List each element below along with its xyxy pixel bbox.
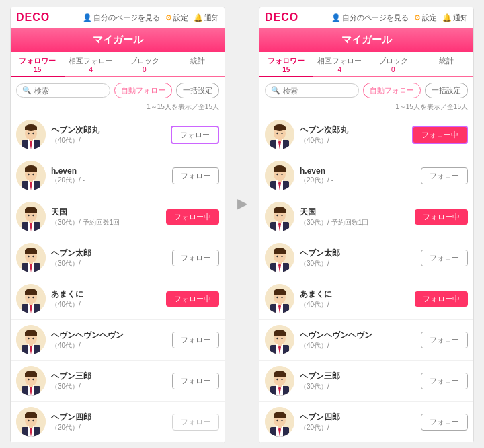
user-meta: （40代）/ - bbox=[51, 341, 167, 350]
search-wrap-left: 🔍 bbox=[16, 83, 110, 98]
user-info: ヘブン次郎丸（40代）/ - bbox=[51, 124, 165, 145]
nav-profile-left[interactable]: 👤 自分のページを見る bbox=[83, 13, 160, 23]
follow-button[interactable]: フォロー中 bbox=[415, 291, 468, 307]
tab-block-right[interactable]: ブロック 0 bbox=[366, 52, 420, 76]
user-meta: （20代）/ - bbox=[300, 176, 415, 185]
svg-point-28 bbox=[28, 215, 29, 217]
tab-followers-left[interactable]: フォロワー 15 bbox=[11, 52, 65, 77]
auto-follow-btn-left[interactable]: 自動フォロー bbox=[114, 83, 172, 98]
avatar bbox=[265, 325, 294, 354]
nav-notifications-right[interactable]: 🔔 通知 bbox=[442, 13, 468, 23]
batch-btn-right[interactable]: 一括設定 bbox=[425, 83, 468, 98]
user-info: ヘブン太郎（30代）/ - bbox=[300, 248, 415, 268]
user-info: h.even（20代）/ - bbox=[51, 166, 167, 185]
nav-links-left: 👤 自分のページを見る ⚙ 設定 🔔 通知 bbox=[83, 13, 219, 23]
avatar bbox=[265, 407, 294, 437]
svg-rect-117 bbox=[274, 250, 286, 254]
tab-mutual-right[interactable]: 相互フォロー 4 bbox=[313, 52, 367, 76]
svg-point-88 bbox=[276, 133, 278, 135]
user-name: 天国 bbox=[51, 207, 161, 218]
svg-point-9 bbox=[32, 133, 34, 135]
top-nav-left: DECO 👤 自分のページを見る ⚙ 設定 🔔 通知 bbox=[11, 7, 225, 28]
user-list-left: ヘブン次郎丸（40代）/ -フォロー h.even（20代）/ -フォロー bbox=[11, 114, 225, 443]
tab-stats-left[interactable]: 統計 bbox=[171, 52, 225, 76]
follow-button[interactable]: フォロー bbox=[172, 332, 219, 348]
user-name: 天国 bbox=[300, 207, 409, 218]
follow-button[interactable]: フォロー bbox=[172, 167, 219, 184]
nav-profile-right[interactable]: 👤 自分のページを見る bbox=[331, 13, 409, 23]
follow-button[interactable]: フォロー bbox=[421, 167, 468, 184]
avatar bbox=[16, 202, 46, 231]
follow-button[interactable]: フォロー中 bbox=[412, 126, 468, 144]
follow-button[interactable]: フォロー bbox=[172, 250, 219, 266]
nav-settings-right[interactable]: ⚙ 設定 bbox=[414, 13, 437, 23]
page-title-right: マイガール bbox=[259, 28, 473, 52]
tabs-left: フォロワー 15 相互フォロー 4 ブロック 0 統計 bbox=[11, 52, 225, 77]
search-icon-left: 🔍 bbox=[22, 86, 32, 95]
follow-button[interactable]: フォロー bbox=[172, 373, 219, 389]
search-input-left[interactable] bbox=[34, 87, 104, 95]
follow-button[interactable]: フォロー中 bbox=[166, 209, 219, 225]
follow-button[interactable]: フォロー bbox=[171, 126, 219, 144]
user-meta: （40代）/ - bbox=[300, 300, 409, 309]
avatar bbox=[265, 161, 294, 190]
svg-rect-147 bbox=[274, 373, 286, 377]
svg-point-149 bbox=[281, 379, 282, 381]
list-item: h.even（20代）/ -フォロー bbox=[11, 155, 225, 196]
avatar bbox=[16, 284, 46, 313]
user-info: ヘブン三郎（30代）/ - bbox=[51, 371, 167, 391]
svg-rect-57 bbox=[25, 332, 37, 336]
user-meta: （30代）/ - bbox=[51, 382, 167, 391]
user-meta: （30代）/ 予約回数1回 bbox=[300, 218, 409, 227]
user-meta: （30代）/ - bbox=[300, 382, 415, 391]
search-icon-right: 🔍 bbox=[271, 86, 280, 95]
tabs-right: フォロワー 15 相互フォロー 4 ブロック 0 統計 bbox=[259, 52, 473, 77]
svg-point-68 bbox=[28, 379, 29, 381]
svg-point-69 bbox=[32, 379, 34, 381]
svg-point-49 bbox=[32, 297, 34, 299]
avatar bbox=[16, 243, 46, 272]
follow-button[interactable]: フォロー bbox=[421, 250, 468, 266]
tab-stats-right[interactable]: 統計 bbox=[420, 52, 474, 76]
user-info: ヘヴンヘヴンヘヴン（40代）/ - bbox=[51, 330, 167, 350]
user-meta: （30代）/ 予約回数1回 bbox=[51, 218, 161, 227]
avatar bbox=[265, 366, 294, 396]
tab-followers-right[interactable]: フォロワー 15 bbox=[259, 52, 313, 77]
svg-point-39 bbox=[32, 256, 34, 258]
svg-rect-107 bbox=[274, 209, 286, 213]
follow-button[interactable]: フォロー bbox=[421, 332, 468, 348]
avatar bbox=[265, 120, 294, 149]
user-name: ヘブン四郎 bbox=[300, 412, 415, 423]
nav-settings-left[interactable]: ⚙ 設定 bbox=[165, 13, 188, 23]
list-item: ヘブン四郎（20代）/ -フォロー bbox=[259, 402, 473, 443]
arrow-container: ▶ bbox=[232, 7, 252, 211]
nav-notifications-left[interactable]: 🔔 通知 bbox=[194, 13, 219, 23]
user-info: あまくに（40代）/ - bbox=[51, 289, 161, 309]
follow-button[interactable]: フォロー bbox=[172, 414, 219, 431]
follow-button[interactable]: フォロー bbox=[421, 373, 468, 389]
svg-point-108 bbox=[276, 215, 278, 217]
user-info: あまくに（40代）/ - bbox=[300, 289, 409, 309]
list-item: ヘブン次郎丸（40代）/ -フォロー bbox=[11, 114, 225, 155]
follow-button[interactable]: フォロー中 bbox=[166, 291, 219, 307]
svg-rect-27 bbox=[25, 209, 37, 213]
user-name: ヘブン四郎 bbox=[51, 412, 167, 423]
gear-icon-left: ⚙ bbox=[165, 13, 172, 22]
user-info: ヘブン太郎（30代）/ - bbox=[51, 248, 167, 268]
list-item: ヘブン三郎（30代）/ -フォロー bbox=[11, 361, 225, 402]
tab-block-left[interactable]: ブロック 0 bbox=[118, 52, 171, 76]
svg-point-38 bbox=[28, 256, 29, 258]
follow-button[interactable]: フォロー中 bbox=[415, 209, 468, 225]
svg-rect-7 bbox=[25, 127, 37, 130]
list-item: ヘヴンヘヴンヘヴン（40代）/ -フォロー bbox=[11, 320, 225, 361]
bell-icon-left: 🔔 bbox=[194, 13, 203, 22]
user-meta: （40代）/ - bbox=[51, 300, 161, 309]
avatar bbox=[265, 243, 294, 272]
batch-btn-left[interactable]: 一括設定 bbox=[176, 83, 219, 98]
auto-follow-btn-right[interactable]: 自動フォロー bbox=[363, 83, 421, 98]
avatar bbox=[16, 161, 46, 190]
follow-button[interactable]: フォロー bbox=[421, 414, 468, 431]
search-input-right[interactable] bbox=[283, 87, 353, 95]
svg-point-158 bbox=[276, 420, 278, 422]
tab-mutual-left[interactable]: 相互フォロー 4 bbox=[65, 52, 118, 76]
